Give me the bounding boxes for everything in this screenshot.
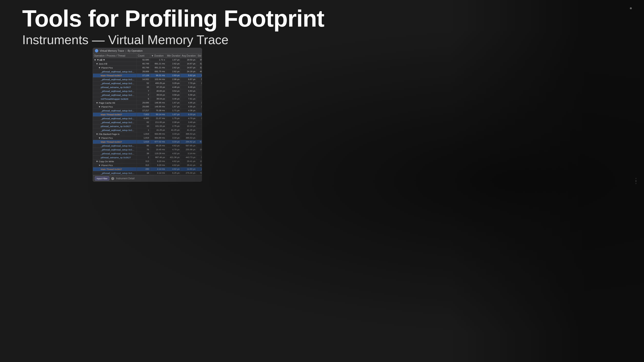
input-filter-button[interactable]: Input Filter (95, 176, 109, 180)
row-min: 1.67 μs (166, 101, 181, 105)
row-name: ▼ Zero Fill (93, 62, 137, 66)
row-stddev: 180.61 μs (196, 164, 202, 167)
row-stddev: 469.34 μs (196, 70, 202, 74)
row-avg: 3.40 μs (181, 120, 196, 124)
table-row[interactable]: ▼ ✦ All ✦92,5851.71 s1.67 μs18.50 μs356.… (93, 58, 202, 62)
row-avg: 365.53 μs (181, 132, 196, 136)
col-stddev[interactable]: Std Dev Du... (196, 54, 202, 58)
row-stddev: 5.71 μs (196, 124, 202, 128)
table-body[interactable]: ▼ ✦ All ✦92,5851.71 s1.67 μs18.50 μs356.… (93, 58, 202, 175)
row-avg: 7.70 μs (181, 82, 196, 85)
row-min: 1.67 μs (166, 113, 181, 116)
row-name: ▼ Planet Pics (93, 105, 137, 108)
row-name: _pthread_wqthread_setup 0x3623 (93, 78, 137, 81)
row-min: 4.62 μs (166, 144, 181, 148)
table-row[interactable]: Main Thread 0x360717,12696.31 ms2.83 μs5… (93, 74, 202, 78)
row-count: 10 (137, 124, 150, 128)
row-duration: 96.31 ms (150, 74, 166, 77)
row-name: _pthread_wqthread_setup 0x3623 (93, 171, 137, 175)
table-row[interactable]: Main Thread 0x36071,616677.02 ms3.33 μs2… (93, 140, 202, 144)
table-row[interactable]: InitThreadWrapper 0x3629538.04 μs3.46 μs… (93, 97, 202, 101)
table-row[interactable]: ▼ Planet Pics3139.20 ms4.62 μs29.41 μs18… (93, 164, 202, 167)
row-count: 28,606 (137, 70, 150, 74)
table-row[interactable]: _pthread_wqthread_setup 0x36268548.25 ms… (93, 144, 202, 148)
row-duration: 887.46 μs (150, 156, 166, 159)
table-row[interactable]: pthread_setname_np 0x36271597.33 μs4.46 … (93, 86, 202, 89)
table-row[interactable]: _pthread_wqthread_setup 0x362462211.00 μ… (93, 120, 202, 124)
row-name: _pthread_wqthread_setup 0x3623 (93, 109, 137, 112)
table-row[interactable]: _pthread_wqthread_setup 0x3628739.04 μs3… (93, 93, 202, 97)
row-name: _pthread_wqthread_setup 0x3628 (93, 93, 137, 97)
col-count[interactable]: Count (137, 54, 150, 58)
col-avg[interactable]: Avg Duration (181, 54, 196, 58)
row-count: 17,126 (137, 74, 150, 77)
row-duration: 400.25 μs (150, 82, 166, 85)
row-name: _pthread_wqthread_setup 0x3624 (93, 148, 137, 152)
row-stddev: 2.34 μs (196, 120, 202, 124)
table-row[interactable]: _pthread_wqthread_setup 0x362628,606691.… (93, 70, 202, 74)
table-row[interactable]: _pthread_wqthread_setup 0x362338119.28 m… (93, 152, 202, 156)
table-row[interactable]: pthread_setname_np 0x36272887.46 μs421.3… (93, 156, 202, 160)
row-count: 16 (137, 171, 150, 175)
table-row[interactable]: _pthread_wqthread_setup 0x362314,932102.… (93, 78, 202, 82)
row-min: 3.33 μs (166, 140, 181, 144)
row-count: 52 (137, 82, 150, 85)
table-row[interactable]: pthread_setname_np 0x362710101.33 μs2.75… (93, 124, 202, 128)
row-duration: 664.89 ms (150, 132, 166, 136)
row-avg: 567.65 μs (181, 144, 196, 148)
info-icon: i (111, 177, 114, 180)
row-count: 313 (137, 164, 150, 167)
row-stddev: 50.64 μs (196, 78, 202, 81)
row-duration: 102.64 ms (150, 78, 166, 81)
row-min: 3.29 μs (166, 82, 181, 85)
row-stddev: 14.11 μs (196, 116, 202, 120)
table-row[interactable]: ▼ Planet Pics1,819664.89 ms3.33 μs365.53… (93, 136, 202, 140)
page-title: Tools for Profiling Footprint (22, 6, 324, 32)
row-name: _pthread_wqthread_setup 0x3626 (93, 144, 137, 148)
table-row[interactable]: Main Thread 0x36077,92250.14 ms1.67 μs6.… (93, 113, 202, 116)
row-name: ▼ Page Cache Hit (93, 101, 137, 105)
table-row[interactable]: ▼ Planet Pics60,749891.21 ms2.62 μs14.67… (93, 66, 202, 70)
table-row[interactable]: _pthread_wqthread_setup 0x3626740.83 μs3… (93, 89, 202, 93)
page-header: Tools for Profiling Footprint Instrument… (22, 6, 324, 47)
row-min: 41.25 μs (166, 128, 181, 132)
table-row[interactable]: _pthread_wqthread_setup 0x3628141.25 μs4… (93, 128, 202, 132)
row-stddev: 2.89 μs (196, 93, 202, 97)
row-min: 2.96 μs (166, 78, 181, 81)
row-stddev: 767.37 μs (196, 171, 202, 175)
table-row[interactable]: _pthread_wqthread_setup 0x362452400.25 μ… (93, 82, 202, 86)
row-stddev: 323.26 μs (196, 66, 202, 70)
table-row[interactable]: ▼ Zero Fill60,749891.21 ms2.62 μs14.67 μ… (93, 62, 202, 66)
row-name: ▼ Planet Pics (93, 66, 137, 70)
table-row[interactable]: _pthread_wqthread_setup 0x3623164.14 ms6… (93, 171, 202, 175)
table-row[interactable]: Main Thread 0x36072804.14 ms4.62 μs14.80… (93, 167, 202, 171)
table-row[interactable]: ▼ File Backed Page In1,819664.89 ms3.33 … (93, 132, 202, 136)
row-min: 1.67 μs (166, 58, 181, 62)
row-duration: 19.45 ms (150, 148, 166, 152)
row-min: 2.62 μs (166, 62, 181, 66)
row-avg: 443.73 μs (181, 156, 196, 159)
side-dot-3 (635, 183, 637, 184)
table-row[interactable]: ▼ Page Cache Hit29,695146.95 ms1.67 μs4.… (93, 101, 202, 105)
row-avg: 41.25 μs (181, 128, 196, 132)
row-min: 4.46 μs (166, 86, 181, 89)
row-name: Main Thread 0x3607 (93, 74, 137, 77)
row-stddev: 180.61 μs (196, 160, 202, 163)
table-row[interactable]: _pthread_wqthread_setup 0x36247619.45 ms… (93, 148, 202, 152)
row-duration: 101.33 μs (150, 124, 166, 128)
row-duration: 9.20 ms (150, 160, 166, 163)
table-row[interactable]: ▼ Copy On Write3139.20 ms4.62 μs29.41 μs… (93, 160, 202, 164)
table-row[interactable]: _pthread_wqthread_setup 0x36264,48321.07… (93, 116, 202, 120)
row-duration: 21.07 ms (150, 116, 166, 120)
table-row[interactable]: ▼ Planet Pics29,695146.95 ms1.67 μs4.95 … (93, 105, 202, 109)
row-count: 62 (137, 120, 150, 124)
row-avg: 7.61 μs (181, 97, 196, 101)
row-min: 4.62 μs (166, 164, 181, 167)
side-dot-2 (635, 180, 637, 182)
col-min[interactable]: Min Duration (166, 54, 181, 58)
row-avg: 10.13 μs (181, 124, 196, 128)
col-duration[interactable]: ▼ Duration (150, 54, 166, 58)
table-row[interactable]: _pthread_wqthread_setup 0x362317,21775.3… (93, 109, 202, 113)
row-min: 1.75 μs (166, 116, 181, 120)
col-operation[interactable]: Operation / Process / Thread (93, 54, 137, 58)
